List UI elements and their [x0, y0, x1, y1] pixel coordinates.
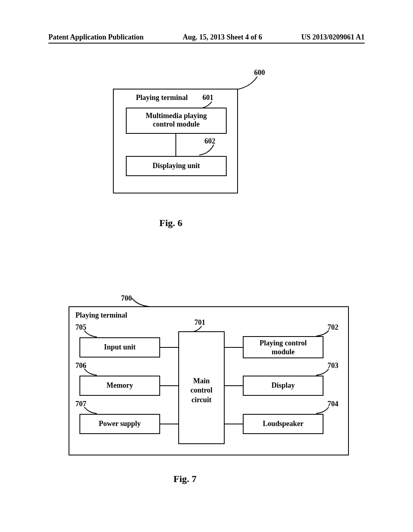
fig7-block-701: Main control circuit [178, 331, 225, 444]
header-center: Aug. 15, 2013 Sheet 4 of 6 [183, 33, 262, 42]
block-704-text: Loudspeaker [263, 420, 303, 428]
block-701-line2: control [179, 386, 224, 395]
block-602-text: Displaying unit [152, 162, 200, 170]
leader-705 [83, 330, 98, 338]
leader-704 [315, 406, 330, 414]
fig7-block-705: Input unit [79, 337, 160, 357]
conn-706-701 [160, 385, 178, 386]
leader-707 [83, 406, 98, 414]
fig7-block-703: Display [243, 376, 323, 396]
fig6-block-602: Displaying unit [126, 156, 227, 176]
block-601-line1: Multimedia playing [127, 112, 226, 120]
conn-702-701 [225, 347, 243, 348]
fig7-block-702: Playing control module [243, 336, 323, 358]
ref-700: 700 [121, 294, 132, 303]
block-702-line2: module [244, 348, 323, 357]
leader-602 [198, 144, 215, 156]
conn-703-701 [225, 385, 243, 386]
header-right: US 2013/0209061 A1 [301, 33, 365, 42]
figure-7: 700 Playing terminal 701 Main control ci… [69, 294, 351, 468]
conn-707-701 [160, 424, 178, 424]
fig6-block-601: Multimedia playing control module [126, 108, 227, 134]
leader-703 [315, 368, 330, 376]
figure-6: 600 Playing terminal 601 Multimedia play… [105, 69, 315, 218]
block-701-line1: Main [179, 376, 224, 386]
block-702-line1: Playing control [244, 339, 323, 348]
fig7-outer-box: Playing terminal 701 Main control circui… [69, 306, 349, 455]
header-rule [48, 43, 365, 44]
fig7-block-706: Memory [79, 376, 160, 396]
conn-705-701 [160, 347, 178, 348]
block-701-line3: circuit [179, 395, 224, 405]
header-left: Patent Application Publication [48, 33, 144, 42]
block-705-text: Input unit [104, 343, 136, 351]
caption-fig6: Fig. 6 [159, 218, 182, 229]
block-707-text: Power supply [99, 420, 141, 428]
block-703-text: Display [271, 381, 295, 389]
caption-fig7: Fig. 7 [173, 474, 196, 484]
fig6-outer-box: Playing terminal 601 Multimedia playing … [113, 89, 238, 193]
fig6-outer-title: Playing terminal [136, 94, 188, 102]
conn-704-701 [225, 424, 243, 424]
fig7-block-707: Power supply [79, 414, 160, 434]
leader-706 [83, 368, 98, 376]
fig6-connector [175, 134, 176, 156]
block-706-text: Memory [106, 381, 133, 389]
fig7-block-704: Loudspeaker [243, 414, 323, 434]
block-601-line2: control module [127, 120, 226, 129]
fig7-outer-title: Playing terminal [75, 311, 127, 320]
page-header: Patent Application Publication Aug. 15, … [0, 33, 413, 42]
